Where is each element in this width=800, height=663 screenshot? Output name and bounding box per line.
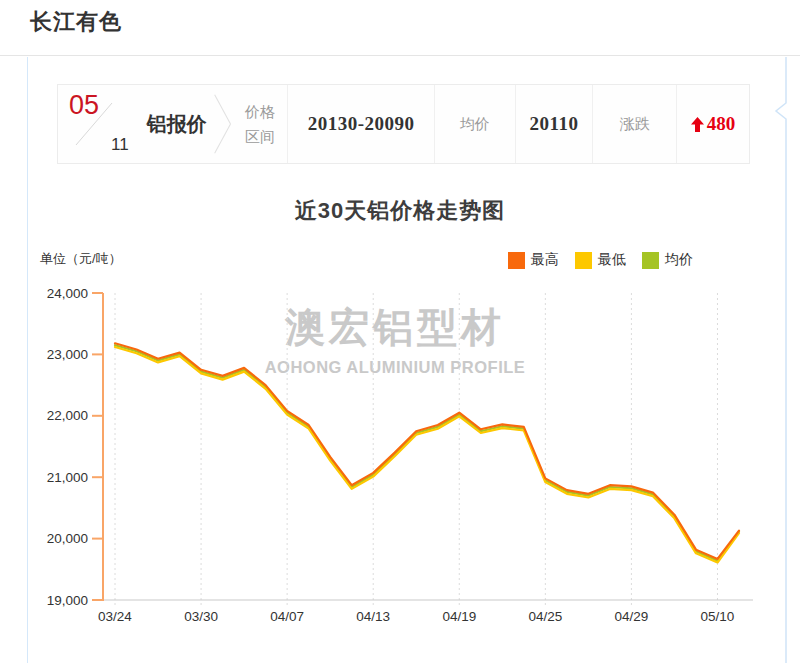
y-tick-label: 20,000: [47, 531, 88, 546]
avg-label: 均价: [434, 85, 515, 163]
x-tick-label: 04/25: [528, 609, 562, 624]
up-arrow-icon: [691, 117, 704, 132]
price-trend-chart: 03/2403/3004/0704/1304/1904/2504/2905/10…: [0, 240, 800, 663]
page: 长江有色 05 11 铝报价 价格 区间 20130-20090 均价 2011…: [0, 0, 800, 663]
divider: [0, 55, 800, 56]
series-line-low: [115, 347, 739, 563]
quote-name: 铝报价: [141, 85, 213, 163]
y-tick-label: 22,000: [47, 408, 88, 423]
quote-date: 05 11: [58, 85, 141, 163]
chart-title: 近30天铝价格走势图: [0, 196, 800, 226]
x-tick-label: 03/24: [98, 609, 132, 624]
avg-value: 20110: [515, 85, 593, 163]
series-line-avg: [115, 345, 739, 561]
y-tick-label: 21,000: [47, 470, 88, 485]
quote-date-month: 05: [69, 90, 99, 121]
page-title: 长江有色: [30, 7, 122, 37]
x-tick-label: 04/19: [442, 609, 476, 624]
x-tick-label: 04/07: [270, 609, 304, 624]
range-label: 价格 区间: [233, 85, 288, 163]
x-tick-label: 04/13: [356, 609, 390, 624]
change-value: 480: [676, 85, 749, 163]
x-tick-label: 03/30: [184, 609, 218, 624]
quote-bar[interactable]: 05 11 铝报价 价格 区间 20130-20090 均价 20110 涨跌 …: [57, 84, 750, 164]
change-label: 涨跌: [592, 85, 676, 163]
quote-chevron-separator-icon: [213, 85, 233, 163]
y-tick-label: 19,000: [47, 593, 88, 608]
y-tick-label: 23,000: [47, 347, 88, 362]
quote-date-day: 11: [111, 135, 129, 155]
range-value: 20130-20090: [287, 85, 434, 163]
x-tick-label: 05/10: [701, 609, 735, 624]
y-tick-label: 24,000: [47, 286, 88, 301]
x-tick-label: 04/29: [615, 609, 649, 624]
